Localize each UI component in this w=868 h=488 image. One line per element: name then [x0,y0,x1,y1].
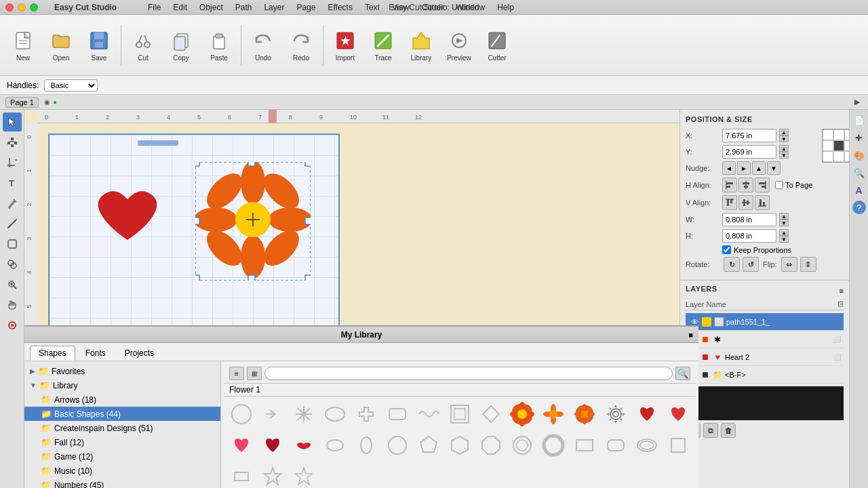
h-input[interactable] [722,229,776,243]
save-button[interactable]: Save [81,21,117,70]
layer-row-path1551[interactable]: 👁 ⬜ path1551_1_ [686,313,844,331]
tab-projects[interactable]: Projects [116,346,163,361]
to-page-checkbox[interactable] [775,181,783,189]
right-icon-text[interactable]: A [852,183,867,198]
shape-flower-orange3[interactable] [570,399,599,429]
menu-path[interactable]: Path [230,1,258,14]
flower-shape[interactable] [195,162,311,283]
shape-star5[interactable] [289,462,319,488]
shape-heart-outline[interactable] [632,399,662,429]
preview-button[interactable]: Preview [441,21,477,70]
open-button[interactable]: Open [43,21,79,70]
v-align-top[interactable] [722,195,737,210]
crop-tool[interactable] [3,153,22,172]
tab-shapes[interactable]: Shapes [30,346,75,361]
color-tool[interactable] [3,316,22,335]
text-tool[interactable]: T [3,174,22,192]
page-nav-icon[interactable]: ◉ [44,98,50,106]
redo-button[interactable]: Redo [283,21,319,70]
h-down[interactable]: ▼ [779,236,789,243]
grid-view-button[interactable]: ⊞ [247,367,262,380]
weld-tool[interactable] [3,255,22,274]
cut-button[interactable]: Cut [125,21,161,70]
menu-file[interactable]: File [142,1,166,14]
shape-search-button[interactable]: 🔍 [675,367,690,380]
layer-duplicate-button[interactable]: ⧉ [703,423,718,438]
nudge-right[interactable]: ► [737,161,751,175]
copy-button[interactable]: Copy [163,21,199,70]
shape-frame-rect[interactable] [445,399,475,429]
layer-delete-button[interactable]: 🗑 [721,423,736,438]
menu-cutter[interactable]: Cutter [416,1,450,14]
shape-rounded-rect[interactable] [382,399,412,429]
layer-expand-heart2[interactable]: ⬜ [833,353,841,361]
paste-button[interactable]: Paste [201,21,237,70]
right-icon-move[interactable]: ✛ [852,130,867,145]
rotate-cw[interactable]: ↻ [724,257,740,272]
heart-shape[interactable] [87,176,168,259]
panel-collapse-button[interactable]: ▶ [854,98,860,106]
right-icon-color[interactable]: 🎨 [852,148,867,163]
page-1-tab-label[interactable]: Page 1 [5,97,39,108]
h-align-right[interactable] [755,178,770,192]
shape-rect3[interactable] [226,462,256,488]
shape-asterisk[interactable] [289,399,319,429]
layer-row-bf[interactable]: 👁 📁 <B-F> [686,366,844,384]
shape-search-input[interactable] [264,367,673,380]
lib-tree-arrows[interactable]: 📁 Arrows (18) [24,392,220,407]
shape-oval4[interactable] [632,430,662,460]
v-align-bottom[interactable] [755,195,770,210]
y-down[interactable]: ▼ [779,152,789,159]
x-down[interactable]: ▼ [779,136,789,142]
maximize-button[interactable] [30,3,38,12]
pos-tl[interactable] [823,129,833,140]
menu-text[interactable]: Text [359,1,385,14]
node-tool[interactable] [3,133,22,152]
shape-heart-red[interactable] [663,399,693,429]
cutter-button[interactable]: Cutter [479,21,515,70]
new-button[interactable]: New [5,21,41,70]
lib-tree-favorites[interactable]: ▶ 📁 Favorites [24,364,220,378]
right-icon-page[interactable]: 📄 [852,113,867,127]
h-align-center[interactable] [738,178,753,192]
menu-object[interactable]: Object [194,1,229,14]
shape-heart-pink[interactable] [226,430,256,460]
trace-button[interactable]: Trace [366,21,401,70]
shape-heart-dark[interactable] [258,430,288,460]
close-button[interactable] [5,3,14,12]
import-button[interactable]: ★ Import [328,21,363,70]
layers-collapse[interactable]: ≡ [840,287,844,295]
rotate-ccw[interactable]: ↺ [743,257,759,272]
line-tool[interactable] [3,214,22,233]
menu-layer[interactable]: Layer [258,1,290,14]
h-align-left[interactable] [722,178,737,192]
shape-octagon[interactable] [476,430,506,460]
right-icon-help[interactable]: ? [852,201,866,214]
shape-hexagon[interactable] [445,430,475,460]
shape-tool[interactable] [3,235,22,253]
menu-page[interactable]: Page [291,1,321,14]
menu-view[interactable]: View [387,1,415,14]
y-input[interactable] [722,145,776,159]
menu-help[interactable]: Help [492,1,519,14]
pos-bl[interactable] [823,151,833,162]
pos-ml[interactable] [823,140,833,151]
flip-v[interactable]: ⇕ [800,257,816,272]
draw-tool[interactable] [3,194,22,213]
lib-tree-fall[interactable]: 📁 Fall (12) [24,435,220,449]
x-input[interactable] [722,129,776,142]
shape-star4[interactable] [258,462,288,488]
nudge-left[interactable]: ◄ [722,161,736,175]
nudge-down[interactable]: ▼ [767,161,781,175]
undo-button[interactable]: Undo [245,21,281,70]
library-button[interactable]: Library [403,21,439,70]
layer-row-heart2[interactable]: 👁 ♥ Heart 2 ⬜ [686,348,844,366]
shape-gear[interactable] [601,399,631,429]
handles-select[interactable]: Basic Advanced Rotation [44,79,98,92]
shape-ring[interactable] [538,430,568,460]
lib-tree-numbers[interactable]: 📁 Numbers (45) [24,478,220,488]
shape-oval2[interactable] [320,430,350,460]
library-collapse[interactable]: ■ [688,331,693,339]
y-up[interactable]: ▲ [779,145,789,152]
shape-pentagon[interactable] [414,430,443,460]
